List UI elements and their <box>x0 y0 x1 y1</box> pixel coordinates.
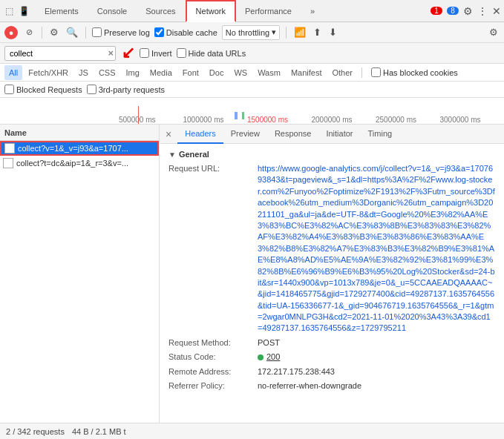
waterfall-bar-1 <box>235 112 238 119</box>
throttle-select[interactable]: No throttling ▾ <box>222 25 280 40</box>
blocked-requests-checkbox[interactable] <box>4 85 14 94</box>
tab-bar-right: 1 8 ⚙ ⋮ ✕ <box>431 5 501 17</box>
hide-data-urls-label[interactable]: Hide data URLs <box>177 48 246 58</box>
details-tabs: × Headers Preview Response Initiator Tim… <box>160 125 504 144</box>
red-arrow-annotation: ↙ <box>120 47 137 60</box>
upload-icon[interactable]: ⬆ <box>312 27 323 38</box>
third-party-checkbox[interactable] <box>87 85 96 94</box>
extra-filter-row: Blocked Requests 3rd-party requests <box>0 82 504 98</box>
tab-more[interactable]: » <box>301 0 324 22</box>
badge-blue: 8 <box>447 7 459 15</box>
separator-1 <box>42 27 42 39</box>
requests-list: collect?v=1&_v=j93&a=1707... collect?t=d… <box>0 141 159 423</box>
stop-button[interactable]: ⊘ <box>22 26 36 39</box>
main-content: Name collect?v=1&_v=j93&a=1707... collec… <box>0 125 504 423</box>
request-icon-2 <box>3 158 13 168</box>
filter-font[interactable]: Font <box>178 65 203 80</box>
settings-icon-right[interactable]: ⚙ <box>488 27 500 38</box>
filter-other[interactable]: Other <box>327 65 357 80</box>
third-party-label[interactable]: 3rd-party requests <box>87 85 165 94</box>
close-icon[interactable]: ✕ <box>492 5 501 17</box>
status-bar: 2 / 342 requests 44 B / 2.1 MB t <box>0 423 504 439</box>
blocked-requests-label[interactable]: Blocked Requests <box>4 85 82 94</box>
timeline-bar: 500000 ms 1000000 ms 1500000 ms 2000000 … <box>0 98 504 125</box>
referrer-policy-label: Referrer Policy: <box>168 380 258 392</box>
request-url-label: Request URL: <box>168 163 258 334</box>
device-icon[interactable]: 📱 <box>18 5 30 17</box>
referrer-policy-row: Referrer Policy: no-referrer-when-downgr… <box>168 380 495 392</box>
separator-2 <box>85 27 86 39</box>
tab-initiator[interactable]: Initiator <box>318 125 360 144</box>
throttle-arrow-icon: ▾ <box>272 27 276 37</box>
preserve-log-label[interactable]: Preserve log <box>92 27 150 37</box>
tab-console[interactable]: Console <box>88 0 137 22</box>
request-url-row: Request URL: https://www.google-analytic… <box>168 163 495 334</box>
requests-size: 44 B / 2.1 MB t <box>72 427 126 436</box>
requests-header: Name <box>0 125 159 141</box>
left-panel: Name collect?v=1&_v=j93&a=1707... collec… <box>0 125 160 423</box>
tab-network[interactable]: Network <box>186 0 236 22</box>
filter-manifest[interactable]: Manifest <box>287 65 327 80</box>
more-icon[interactable]: ⋮ <box>477 5 488 17</box>
settings-icon[interactable]: ⚙ <box>463 5 473 17</box>
tab-headers[interactable]: Headers <box>177 125 223 144</box>
badge-red: 1 <box>431 7 442 15</box>
request-method-row: Request Method: POST <box>168 337 495 349</box>
tab-response[interactable]: Response <box>267 125 319 144</box>
invert-checkbox[interactable] <box>140 48 149 58</box>
tab-preview[interactable]: Preview <box>223 125 267 144</box>
invert-label[interactable]: Invert <box>140 48 172 58</box>
search-icon[interactable]: 🔍 <box>65 27 79 38</box>
search-input[interactable] <box>4 46 116 61</box>
separator-3 <box>286 27 287 39</box>
details-content: ▼ General Request URL: https://www.googl… <box>160 144 504 423</box>
search-bar: × ↙ Invert Hide data URLs <box>0 43 504 64</box>
remote-address-label: Remote Address: <box>168 366 258 377</box>
section-triangle-icon: ▼ <box>168 151 176 159</box>
waterfall-marker <box>138 106 139 124</box>
status-green-dot <box>258 354 264 360</box>
tab-performance[interactable]: Performance <box>236 0 301 22</box>
disable-cache-checkbox[interactable] <box>154 27 164 37</box>
tab-bar: ⬚ 📱 Elements Console Sources Network Per… <box>0 0 504 22</box>
record-button[interactable]: ● <box>4 26 18 39</box>
status-code-number[interactable]: 200 <box>266 351 280 363</box>
waterfall-chart <box>119 106 504 124</box>
filter-all[interactable]: All <box>4 65 22 80</box>
details-close-icon[interactable]: × <box>163 128 174 140</box>
has-blocked-cookies-label[interactable]: Has blocked cookies <box>371 67 458 77</box>
network-toolbar: ● ⊘ ⚙ 🔍 Preserve log Disable cache No th… <box>0 22 504 43</box>
filter-css[interactable]: CSS <box>94 65 120 80</box>
request-icon-1 <box>4 143 15 154</box>
request-row[interactable]: collect?t=dc&aip=1&_r=3&v=... <box>0 156 159 171</box>
download-icon[interactable]: ⬇ <box>327 27 338 38</box>
tab-timing[interactable]: Timing <box>361 125 400 144</box>
request-name-1: collect?v=1&_v=j93&a=1707... <box>18 144 154 153</box>
filter-fetch-xhr[interactable]: Fetch/XHR <box>24 65 73 80</box>
preserve-log-checkbox[interactable] <box>92 27 102 37</box>
devtools-icons: ⬚ 📱 <box>3 5 30 17</box>
filter-icon[interactable]: ⚙ <box>48 27 60 38</box>
disable-cache-label[interactable]: Disable cache <box>154 27 217 37</box>
general-section-header[interactable]: ▼ General <box>168 150 495 159</box>
requests-count: 2 / 342 requests <box>6 427 65 436</box>
status-code-value: 200 <box>258 351 495 363</box>
inspect-icon[interactable]: ⬚ <box>3 5 15 17</box>
tab-elements[interactable]: Elements <box>36 0 88 22</box>
right-panel: × Headers Preview Response Initiator Tim… <box>160 125 504 423</box>
filter-media[interactable]: Media <box>145 65 177 80</box>
request-row[interactable]: collect?v=1&_v=j93&a=1707... <box>0 141 159 156</box>
wifi-icon[interactable]: 📶 <box>292 27 307 38</box>
request-url-value[interactable]: https://www.google-analytics.com/j/colle… <box>258 163 495 334</box>
remote-address-row: Remote Address: 172.217.175.238:443 <box>168 366 495 377</box>
filter-doc[interactable]: Doc <box>205 65 229 80</box>
hide-data-urls-checkbox[interactable] <box>177 48 186 58</box>
search-clear-icon[interactable]: × <box>108 47 114 59</box>
tab-sources[interactable]: Sources <box>137 0 185 22</box>
filter-js[interactable]: JS <box>74 65 93 80</box>
filter-ws[interactable]: WS <box>229 65 252 80</box>
filter-row: All Fetch/XHR JS CSS Img Media Font Doc … <box>0 64 504 82</box>
has-blocked-cookies-checkbox[interactable] <box>371 67 381 77</box>
filter-img[interactable]: Img <box>122 65 144 80</box>
filter-wasm[interactable]: Wasm <box>253 65 285 80</box>
